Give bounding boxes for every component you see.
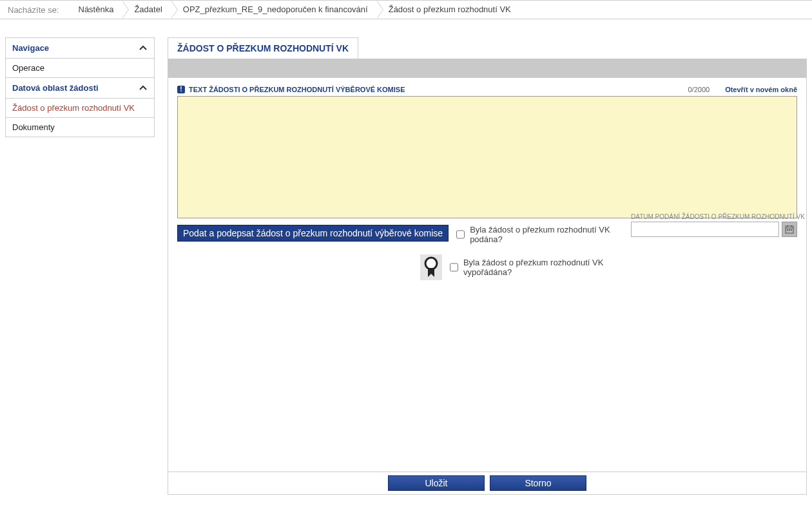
sidebar-item-zadost-prezkum[interactable]: Žádost o přezkum rozhodnutí VK: [6, 99, 154, 118]
save-button[interactable]: Uložit: [388, 475, 485, 491]
text-field-label: TEXT ŽÁDOSTI O PŘEZKUM ROZHODNUTÍ VÝBĚRO…: [189, 86, 405, 93]
footer-bar: Uložit Storno: [168, 472, 807, 495]
text-request-textarea[interactable]: [177, 96, 797, 218]
checkbox-podana-label: Byla žádost o přezkum rozhodnutí VK podá…: [470, 225, 623, 244]
sidebar-section-title: Navigace: [12, 43, 49, 53]
toolbar-strip: [168, 59, 807, 78]
checkbox-vyporadana[interactable]: [450, 263, 458, 272]
sidebar-item-operace[interactable]: Operace: [6, 59, 154, 78]
date-input[interactable]: [631, 222, 779, 237]
sidebar: Navigace Operace Datová oblast žádosti Ž…: [5, 37, 155, 137]
sidebar-section-navigace[interactable]: Navigace: [6, 38, 154, 59]
breadcrumb-item-current: Žádost o přezkum rozhodnutí VK: [377, 1, 520, 19]
breadcrumb-item-zadatel[interactable]: Žadatel: [122, 1, 171, 19]
open-in-new-window-link[interactable]: Otevřít v novém okně: [725, 86, 797, 93]
sidebar-section-title: Datová oblast žádosti: [12, 83, 99, 93]
sidebar-section-datova-oblast[interactable]: Datová oblast žádosti: [6, 78, 154, 99]
char-counter: 0/2000: [688, 86, 710, 93]
cancel-button[interactable]: Storno: [490, 475, 586, 491]
breadcrumb: Nacházíte se: Nástěnka Žadatel OPZ_přezk…: [0, 0, 812, 19]
main-content: ŽÁDOST O PŘEZKUM ROZHODNUTÍ VK ! TEXT ŽÁ…: [168, 37, 807, 495]
required-icon: !: [177, 86, 185, 93]
signature-badge-icon[interactable]: [420, 254, 442, 280]
checkbox-vyporadana-label: Byla žádost o přezkum rozhodnutí VK vypo…: [463, 258, 623, 277]
submit-sign-button[interactable]: Podat a podepsat žádost o přezkum rozhod…: [177, 225, 449, 242]
sidebar-item-dokumenty[interactable]: Dokumenty: [6, 118, 154, 137]
tab-zadost-prezkum[interactable]: ŽÁDOST O PŘEZKUM ROZHODNUTÍ VK: [168, 37, 358, 59]
chevron-up-icon: [139, 44, 148, 53]
date-field-label: DATUM PODÁNÍ ŽÁDOSTI O PŘEZKUM ROZHODNUT…: [631, 213, 797, 220]
chevron-up-icon: [139, 84, 148, 93]
svg-rect-7: [791, 229, 792, 231]
checkbox-podana[interactable]: [456, 230, 465, 239]
breadcrumb-item-nastenka[interactable]: Nástěnka: [67, 1, 123, 19]
svg-rect-6: [789, 229, 790, 231]
calendar-icon[interactable]: [782, 222, 797, 237]
breadcrumb-label: Nacházíte se:: [5, 5, 67, 15]
svg-rect-5: [787, 229, 788, 231]
breadcrumb-item-projekt[interactable]: OPZ_přezkum_RE_9_nedoporučen k financová…: [171, 1, 377, 19]
svg-point-0: [425, 258, 437, 269]
